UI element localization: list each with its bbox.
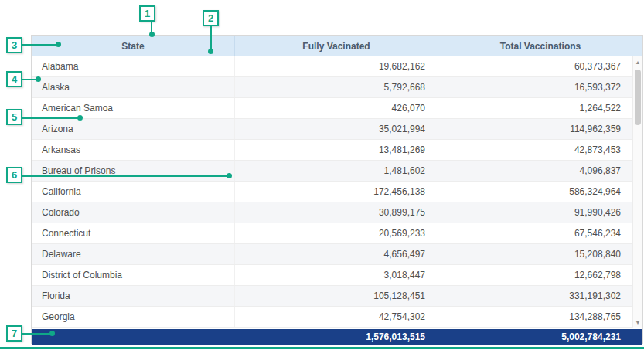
cell-fully-vaccinated: 3,018,447 bbox=[234, 265, 438, 285]
cell-state: District of Columbia bbox=[32, 265, 234, 285]
cell-fully-vaccinated: 1,481,602 bbox=[234, 161, 438, 181]
table-row[interactable]: Connecticut20,569,23367,546,234 bbox=[32, 223, 642, 244]
cell-state: American Samoa bbox=[32, 98, 234, 118]
cell-state: Arkansas bbox=[32, 140, 234, 160]
cell-total-vaccinations: 586,324,964 bbox=[438, 182, 642, 202]
cell-state: Bureau of Prisons bbox=[32, 161, 234, 181]
cell-total-vaccinations: 91,990,426 bbox=[438, 202, 642, 223]
cell-fully-vaccinated: 172,456,138 bbox=[234, 182, 438, 202]
callout-3-line bbox=[22, 44, 57, 46]
cell-total-vaccinations: 4,096,837 bbox=[438, 161, 642, 181]
callout-1: 1 bbox=[139, 5, 155, 22]
table-row[interactable]: Georgia42,754,302134,288,765 bbox=[32, 307, 642, 328]
cell-total-vaccinations: 331,191,302 bbox=[438, 286, 642, 306]
scroll-down-icon[interactable]: ▼ bbox=[633, 317, 642, 328]
table-row[interactable]: Alaska5,792,66816,593,372 bbox=[32, 77, 642, 98]
table-row[interactable]: Alabama19,682,16260,373,367 bbox=[32, 56, 642, 77]
table-row[interactable]: Colorado30,899,17591,990,426 bbox=[32, 202, 642, 223]
cell-total-vaccinations: 16,593,372 bbox=[438, 77, 642, 97]
cell-fully-vaccinated: 35,021,994 bbox=[234, 119, 438, 139]
table-row[interactable]: District of Columbia3,018,44712,662,798 bbox=[32, 265, 642, 286]
cell-fully-vaccinated: 13,481,269 bbox=[234, 140, 438, 160]
callout-2: 2 bbox=[203, 10, 219, 26]
column-header-total-vaccinations[interactable]: Total Vaccinations bbox=[438, 36, 642, 56]
callout-5: 5 bbox=[6, 109, 22, 125]
cell-state: Alabama bbox=[32, 56, 234, 76]
cell-state: Connecticut bbox=[32, 223, 234, 243]
totals-total-vaccinations: 5,002,784,231 bbox=[438, 329, 642, 345]
callout-7: 7 bbox=[6, 325, 22, 342]
cell-total-vaccinations: 60,373,367 bbox=[438, 56, 642, 76]
column-header-state[interactable]: State bbox=[32, 36, 234, 56]
cell-state: Delaware bbox=[32, 244, 234, 264]
cell-total-vaccinations: 15,208,840 bbox=[438, 244, 642, 264]
callout-5-dot bbox=[77, 115, 83, 121]
cell-fully-vaccinated: 20,569,233 bbox=[234, 223, 438, 243]
column-header-fully-vaccinated[interactable]: Fully Vacinated bbox=[234, 36, 438, 56]
bottom-highlight-line bbox=[0, 347, 644, 349]
callout-7-line bbox=[22, 333, 51, 335]
table-header-row: State Fully Vacinated Total Vaccinations bbox=[32, 36, 642, 56]
cell-total-vaccinations: 134,288,765 bbox=[438, 307, 642, 327]
callout-3: 3 bbox=[6, 37, 22, 53]
callout-4-dot bbox=[36, 76, 41, 82]
table-row[interactable]: Arizona35,021,994114,962,359 bbox=[32, 119, 642, 140]
vertical-scrollbar[interactable]: ▲ ▼ bbox=[632, 56, 642, 328]
cell-fully-vaccinated: 426,070 bbox=[234, 98, 438, 118]
cell-total-vaccinations: 12,662,798 bbox=[438, 265, 642, 285]
cell-fully-vaccinated: 42,754,302 bbox=[234, 307, 438, 327]
table-body: Alabama19,682,16260,373,367Alaska5,792,6… bbox=[32, 56, 642, 328]
cell-fully-vaccinated: 30,899,175 bbox=[234, 202, 438, 223]
callout-2-line bbox=[210, 26, 212, 50]
screenshot-stage: State Fully Vacinated Total Vaccinations… bbox=[0, 0, 644, 350]
callout-6-dot bbox=[227, 173, 232, 178]
cell-state: Alaska bbox=[32, 77, 234, 97]
callout-7-dot bbox=[49, 331, 55, 336]
callout-6-line bbox=[22, 175, 228, 177]
callout-5-line bbox=[22, 117, 79, 119]
scroll-up-icon[interactable]: ▲ bbox=[633, 56, 642, 67]
cell-fully-vaccinated: 105,128,451 bbox=[234, 286, 438, 306]
table-row[interactable]: Arkansas13,481,26942,873,453 bbox=[32, 140, 642, 161]
scrollbar-thumb[interactable] bbox=[635, 70, 641, 125]
cell-fully-vaccinated: 4,656,497 bbox=[234, 244, 438, 264]
cell-total-vaccinations: 67,546,234 bbox=[438, 223, 642, 243]
totals-state-cell bbox=[32, 329, 234, 345]
totals-fully-vaccinated: 1,576,013,515 bbox=[234, 329, 438, 345]
table-row[interactable]: Florida105,128,451331,191,302 bbox=[32, 286, 642, 307]
table-row[interactable]: American Samoa426,0701,264,522 bbox=[32, 98, 642, 119]
cell-state: Colorado bbox=[32, 202, 234, 223]
callout-1-dot bbox=[149, 32, 155, 37]
attribute-table: State Fully Vacinated Total Vaccinations… bbox=[31, 35, 643, 344]
cell-total-vaccinations: 114,962,359 bbox=[438, 119, 642, 139]
cell-state: Florida bbox=[32, 286, 234, 306]
table-row[interactable]: California172,456,138586,324,964 bbox=[32, 182, 642, 202]
table-row[interactable]: Bureau of Prisons1,481,6024,096,837 bbox=[32, 161, 642, 182]
callout-2-dot bbox=[208, 49, 213, 54]
table-row[interactable]: Delaware4,656,49715,208,840 bbox=[32, 244, 642, 265]
cell-state: Arizona bbox=[32, 119, 234, 139]
cell-total-vaccinations: 1,264,522 bbox=[438, 98, 642, 118]
cell-fully-vaccinated: 19,682,162 bbox=[234, 56, 438, 76]
callout-3-dot bbox=[56, 42, 61, 47]
callout-6: 6 bbox=[6, 167, 22, 183]
cell-fully-vaccinated: 5,792,668 bbox=[234, 77, 438, 97]
cell-state: Georgia bbox=[32, 307, 234, 327]
cell-state: California bbox=[32, 182, 234, 202]
totals-row: 1,576,013,515 5,002,784,231 bbox=[32, 329, 642, 345]
callout-4: 4 bbox=[6, 71, 22, 87]
cell-total-vaccinations: 42,873,453 bbox=[438, 140, 642, 160]
